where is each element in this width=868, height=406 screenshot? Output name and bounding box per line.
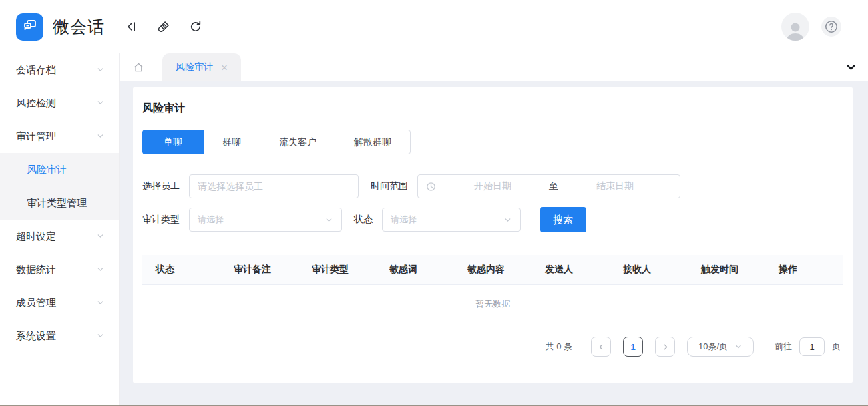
filter-row-2: 审计类型 请选择 状态 请选择 [142, 208, 843, 232]
sidebar-item-audit-type-manage[interactable]: 审计类型管理 [0, 186, 119, 220]
chevron-down-icon [96, 98, 105, 109]
employee-input[interactable] [189, 174, 359, 198]
col-actions: 操作 [765, 264, 843, 276]
chevron-down-icon [503, 216, 512, 224]
tab-label: 风险审计 [176, 61, 213, 73]
audit-table: 状态 审计备注 审计类型 敏感词 敏感内容 发送人 接收人 触发时间 操作 暂无… [142, 255, 843, 323]
sidebar-item-label: 成员管理 [16, 297, 56, 309]
col-audit-type: 审计类型 [298, 264, 376, 276]
app-logo [16, 13, 43, 41]
header-right [781, 13, 841, 41]
sidebar-item-data-statistics[interactable]: 数据统计 [0, 253, 119, 286]
filter-row-1: 选择员工 时间范围 开始日期 至 [142, 174, 843, 198]
sidebar-item-audit-manage[interactable]: 审计管理 [0, 120, 119, 153]
pagination: 共 0 条 1 10条/页 [142, 337, 843, 357]
sidebar-item-member-manage[interactable]: 成员管理 [0, 286, 119, 319]
sidebar: 会话存档 风控检测 审计管理 风险审计 审计类型管 [0, 53, 120, 406]
main-area: 风险审计 × 风险审计 单聊 群聊 流失客户 解散群聊 [120, 53, 868, 406]
chevron-down-icon [96, 131, 105, 142]
page-number-button[interactable]: 1 [623, 337, 643, 357]
tab-bar: 风险审计 × [120, 53, 868, 81]
total-count: 共 0 条 [546, 341, 572, 353]
tab-group-chat[interactable]: 群聊 [203, 130, 260, 154]
date-range-separator: 至 [549, 180, 558, 192]
status-select[interactable]: 请选择 [382, 208, 521, 232]
chat-bubbles-icon [22, 17, 38, 36]
sidebar-item-risk-audit[interactable]: 风险审计 [0, 153, 119, 186]
time-range-label: 时间范围 [371, 180, 408, 192]
page-size-value: 10条/页 [698, 341, 728, 353]
goto-suffix: 页 [832, 341, 841, 353]
col-receiver: 接收人 [610, 264, 688, 276]
chevron-down-icon [96, 231, 105, 242]
tab-lost-customers[interactable]: 流失客户 [260, 130, 335, 154]
filter-form: 选择员工 时间范围 开始日期 至 [142, 174, 843, 232]
prev-page-button[interactable] [591, 337, 611, 357]
start-date-placeholder[interactable]: 开始日期 [436, 180, 549, 192]
tab-dissolved-groups[interactable]: 解散群聊 [335, 130, 411, 154]
refresh-icon[interactable] [188, 19, 203, 34]
sidebar-item-label: 风险审计 [27, 164, 67, 176]
sidebar-item-label: 风控检测 [16, 97, 56, 110]
goto-label: 前往 [775, 341, 792, 353]
chevron-down-icon [325, 216, 333, 224]
chevron-down-icon [96, 264, 105, 276]
employee-label: 选择员工 [142, 180, 180, 192]
chevron-down-icon [96, 65, 105, 76]
content-area: 风险审计 单聊 群聊 流失客户 解散群聊 选择员工 时间范围 [120, 81, 868, 406]
brush-icon[interactable] [156, 19, 171, 34]
avatar[interactable] [781, 13, 809, 41]
sidebar-item-label: 系统设置 [16, 330, 56, 343]
home-icon[interactable] [132, 61, 145, 74]
collapse-sidebar-icon[interactable] [124, 19, 139, 34]
chevron-down-icon [734, 343, 742, 351]
clock-icon [426, 182, 436, 192]
top-header: 微会话 [0, 0, 868, 53]
sidebar-item-session-archive[interactable]: 会话存档 [0, 53, 119, 87]
sidebar-item-label: 会话存档 [16, 64, 56, 77]
sidebar-item-label: 审计类型管理 [27, 197, 87, 210]
close-icon[interactable]: × [221, 62, 228, 73]
audit-type-placeholder: 请选择 [198, 214, 224, 226]
search-button[interactable]: 搜索 [540, 207, 586, 232]
col-sender: 发送人 [532, 264, 610, 276]
next-page-button[interactable] [655, 337, 675, 357]
page-title: 风险审计 [142, 87, 843, 116]
chat-type-tabs: 单聊 群聊 流失客户 解散群聊 [142, 130, 843, 154]
risk-audit-card: 风险审计 单聊 群聊 流失客户 解散群聊 选择员工 时间范围 [133, 87, 853, 383]
sidebar-item-label: 审计管理 [16, 130, 56, 143]
sidebar-item-risk-detect[interactable]: 风控检测 [0, 87, 119, 120]
empty-state: 暂无数据 [142, 285, 843, 323]
col-sensitive-word: 敏感词 [376, 264, 454, 276]
header-toolbar [124, 19, 203, 34]
app-window: 微会话 [0, 0, 868, 406]
status-placeholder: 请选择 [391, 214, 417, 226]
table-header-row: 状态 审计备注 审计类型 敏感词 敏感内容 发送人 接收人 触发时间 操作 [142, 255, 843, 285]
audit-type-label: 审计类型 [142, 214, 180, 226]
chevron-down-icon [96, 298, 105, 309]
col-sensitive-content: 敏感内容 [454, 264, 532, 276]
col-trigger-time: 触发时间 [688, 264, 765, 276]
status-label: 状态 [354, 214, 373, 226]
sidebar-item-timeout-setting[interactable]: 超时设定 [0, 220, 119, 253]
tab-risk-audit[interactable]: 风险审计 × [162, 53, 241, 81]
col-status: 状态 [142, 264, 220, 276]
goto-page: 前往 页 [775, 337, 841, 356]
app-title: 微会话 [53, 16, 105, 38]
tab-single-chat[interactable]: 单聊 [142, 130, 204, 154]
col-audit-note: 审计备注 [220, 264, 298, 276]
help-icon[interactable] [821, 17, 841, 37]
sidebar-item-label: 数据统计 [16, 264, 56, 276]
goto-page-input[interactable] [799, 337, 825, 356]
chevron-down-icon [96, 331, 105, 342]
date-range-picker[interactable]: 开始日期 至 结束日期 [417, 174, 680, 198]
sidebar-item-label: 超时设定 [16, 230, 56, 243]
audit-type-select[interactable]: 请选择 [189, 208, 342, 232]
tab-overflow-chevron-down-icon[interactable] [845, 61, 857, 75]
sidebar-item-system-setting[interactable]: 系统设置 [0, 319, 119, 353]
end-date-placeholder[interactable]: 结束日期 [558, 180, 672, 192]
page-size-select[interactable]: 10条/页 [687, 337, 754, 357]
